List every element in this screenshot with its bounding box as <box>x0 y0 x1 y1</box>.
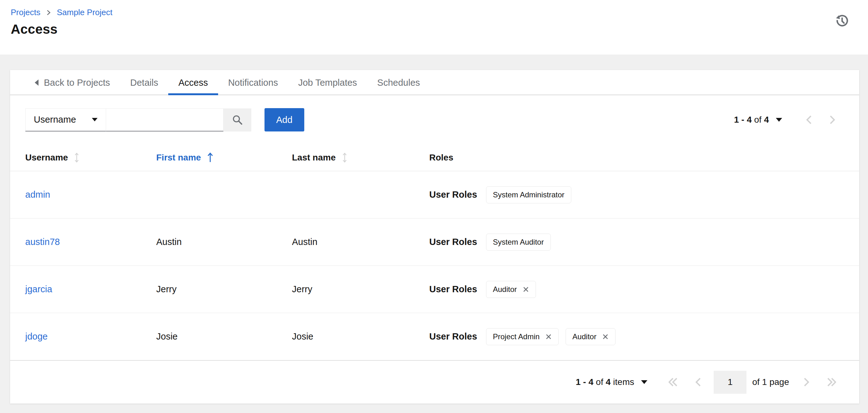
column-label: Roles <box>429 152 453 163</box>
tab-bar: Back to Projects Details Access Notifica… <box>10 70 859 95</box>
username-link[interactable]: austin78 <box>25 237 60 247</box>
first-page-button[interactable] <box>660 377 686 387</box>
search-submit-button[interactable] <box>223 108 251 132</box>
tab-details[interactable]: Details <box>120 70 168 95</box>
search-key-selected-value: Username <box>34 114 76 125</box>
last-name-cell: Austin <box>292 237 429 247</box>
user-roles-label: User Roles <box>429 331 477 342</box>
tab-access[interactable]: Access <box>168 70 218 95</box>
column-label: First name <box>156 152 201 163</box>
column-label: Last name <box>292 152 336 163</box>
pagination-of: of <box>754 115 761 125</box>
per-page-menu-button[interactable] <box>641 380 647 384</box>
main-content: Back to Projects Details Access Notifica… <box>0 55 868 413</box>
page-title: Access <box>11 22 868 37</box>
search-key-select[interactable]: Username <box>25 108 106 132</box>
user-roles-label: User Roles <box>429 284 477 295</box>
column-header-last-name[interactable]: Last name <box>292 152 429 163</box>
remove-role-button[interactable] <box>523 286 529 292</box>
role-chip: System Administrator <box>486 186 571 203</box>
role-chip-label: System Administrator <box>493 191 565 199</box>
tab-job-templates[interactable]: Job Templates <box>288 70 367 95</box>
breadcrumb: Projects Sample Project <box>11 7 868 18</box>
current-page-input[interactable] <box>714 371 746 394</box>
roles-cell: User Roles System Auditor <box>429 234 844 251</box>
user-roles-label: User Roles <box>429 237 477 247</box>
role-chip: Auditor <box>486 281 536 298</box>
items-range-text: 1 - 4 of 4 items <box>576 377 634 387</box>
breadcrumb-sample-project-link[interactable]: Sample Project <box>57 7 112 18</box>
remove-role-button[interactable] <box>546 334 552 340</box>
last-name-cell: Josie <box>292 331 429 342</box>
column-header-username[interactable]: Username <box>25 152 156 163</box>
role-chips: System Administrator <box>486 186 571 203</box>
table-row: admin User Roles System Administrator <box>10 171 859 218</box>
role-chips: Auditor <box>486 281 536 298</box>
role-chip-label: Project Admin <box>493 332 540 341</box>
page-nav: of 1 page <box>660 371 845 394</box>
close-icon <box>523 286 529 292</box>
next-page-button[interactable] <box>820 115 844 125</box>
next-page-button[interactable] <box>795 377 818 387</box>
column-header-first-name[interactable]: First name <box>156 152 292 163</box>
user-roles-label: User Roles <box>429 190 477 200</box>
footer-pagination: 1 - 4 of 4 items <box>10 360 859 404</box>
breadcrumb-separator-icon <box>46 9 51 16</box>
username-link[interactable]: jdoge <box>25 331 48 341</box>
column-label: Username <box>25 152 68 163</box>
pagination-range-text: 1 - 4 of 4 <box>734 115 769 125</box>
last-name-cell: Jerry <box>292 284 429 295</box>
history-icon <box>834 12 849 28</box>
table-row: jdoge Josie Josie User Roles Project Adm… <box>10 313 859 360</box>
caret-down-icon <box>776 118 782 122</box>
role-chip-label: Auditor <box>572 332 596 341</box>
roles-cell: User Roles Auditor <box>429 281 844 298</box>
toolbar-pagination: 1 - 4 of 4 <box>734 115 844 125</box>
search-input[interactable] <box>106 108 223 132</box>
tab-back-to-projects[interactable]: Back to Projects <box>25 70 120 95</box>
first-name-cell: Josie <box>156 331 292 342</box>
roles-cell: User Roles System Administrator <box>429 186 844 203</box>
history-button[interactable] <box>833 12 850 28</box>
pagination-range: 1 - 4 <box>734 115 751 125</box>
items-range: 1 - 4 <box>576 377 593 387</box>
per-page-menu-button[interactable] <box>776 118 782 122</box>
username-link[interactable]: admin <box>25 190 50 200</box>
prev-page-button[interactable] <box>797 115 820 125</box>
first-name-cell: Jerry <box>156 284 292 295</box>
tab-notifications[interactable]: Notifications <box>218 70 288 95</box>
role-chip-label: Auditor <box>493 285 517 294</box>
tab-back-label: Back to Projects <box>44 77 110 88</box>
role-chips: Project Admin Auditor <box>486 328 616 345</box>
page-header: Projects Sample Project Access <box>0 0 868 55</box>
prev-page-button[interactable] <box>686 377 710 387</box>
close-icon <box>546 334 552 340</box>
tab-schedules[interactable]: Schedules <box>367 70 430 95</box>
sort-both-icon <box>74 152 79 163</box>
username-link[interactable]: jgarcia <box>25 284 52 294</box>
breadcrumb-projects-link[interactable]: Projects <box>11 7 40 18</box>
items-word: items <box>613 377 634 387</box>
last-page-button[interactable] <box>818 377 845 387</box>
first-name-cell: Austin <box>156 237 292 247</box>
role-chip: Auditor <box>566 328 616 345</box>
sort-ascending-icon <box>207 152 213 163</box>
caret-down-icon <box>641 380 647 384</box>
toolbar: Username Add 1 - 4 of 4 <box>10 95 859 144</box>
table-row: austin78 Austin Austin User Roles System… <box>10 218 859 266</box>
back-arrow-icon <box>35 79 39 86</box>
chevron-down-icon <box>92 118 97 122</box>
roles-cell: User Roles Project Admin <box>429 328 844 345</box>
search-icon <box>232 114 243 126</box>
role-chip-label: System Auditor <box>493 238 544 246</box>
role-chip: System Auditor <box>486 234 551 251</box>
of-page-text: of 1 page <box>752 377 789 387</box>
remove-role-button[interactable] <box>602 334 609 340</box>
role-chip: Project Admin <box>486 328 559 345</box>
add-button[interactable]: Add <box>265 108 304 132</box>
access-card: Back to Projects Details Access Notifica… <box>10 70 859 404</box>
sort-both-icon <box>342 152 347 163</box>
table-row: jgarcia Jerry Jerry User Roles Auditor <box>10 266 859 313</box>
column-header-roles: Roles <box>429 152 844 163</box>
table-header-row: Username First name <box>10 144 859 171</box>
